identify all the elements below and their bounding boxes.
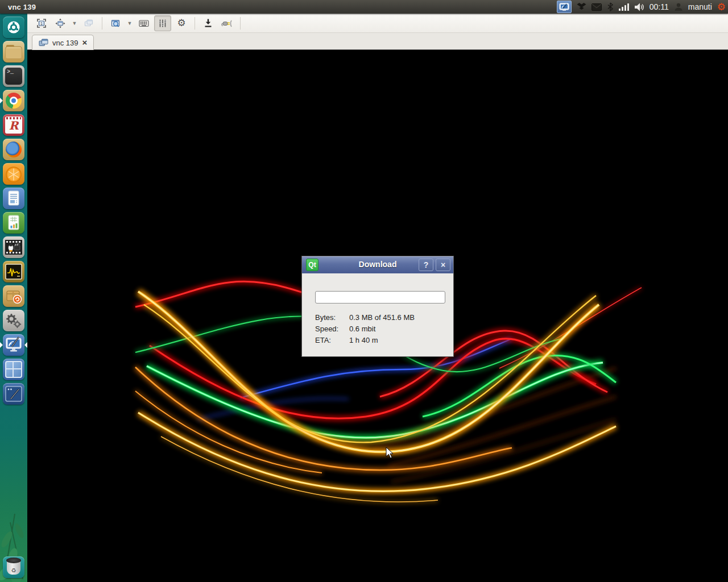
speed-label: Speed: [315,325,349,333]
download-stats: Bytes: 0.3 MB of 451.6 MB Speed: 0.6 mbi… [315,311,415,346]
fit-window-dropdown[interactable]: ▼ [71,15,78,31]
blue-window-icon [3,359,24,380]
send-keys-button[interactable] [135,15,152,31]
trash-icon: ♻ [3,556,24,578]
top-panel: vnc 139 00:11 manuti [0,0,728,14]
panel-clock[interactable]: 00:11 [650,2,669,11]
svg-text:1: 1 [40,21,43,25]
mail-icon[interactable] [592,1,602,13]
files-folder-icon [3,41,24,63]
launcher-item-ubuntu-dash[interactable] [0,16,27,39]
chrome-icon [3,90,24,111]
speed-value: 0.6 mbit [349,325,375,333]
launcher-item-remmina[interactable] [0,334,27,356]
dialog-close-button[interactable]: × [436,259,450,271]
terminal-icon: >_ [3,65,24,87]
calc-spreadsheet-icon [3,212,24,234]
launcher-item-blue-pen-window[interactable] [0,383,27,405]
dialog-body: Bytes: 0.3 MB of 451.6 MB Speed: 0.6 mbi… [302,273,453,356]
launcher-item-system-load-monitor[interactable] [0,260,27,283]
download-dialog: Qt Download ? × Bytes: 0.3 MB of 451.6 M… [301,256,454,357]
eta-label: ETA: [315,336,349,344]
launcher-item-clementine[interactable] [0,163,27,185]
dropbox-icon[interactable] [577,1,586,13]
launcher-item-libreoffice-calc[interactable] [0,211,27,234]
preferences-button[interactable] [154,15,171,31]
rednotebook-icon: R [3,114,24,136]
disconnect-plug-button[interactable] [218,15,235,31]
stat-row-speed: Speed: 0.6 mbit [315,323,415,334]
remmina-applet-icon[interactable] [557,1,572,13]
screenshot-download-button[interactable] [200,15,217,31]
bytes-label: Bytes: [315,313,349,322]
stat-row-bytes: Bytes: 0.3 MB of 451.6 MB [315,311,415,323]
tools-gear-button[interactable]: ⚙ [173,15,190,31]
launcher-item-terminal[interactable]: >_ [0,65,27,88]
fit-window-button[interactable] [52,15,69,31]
scaled-view-dropdown[interactable]: ▼ [126,15,134,31]
gears-icon [3,310,24,331]
unity-launcher: >_ R [0,14,27,582]
launcher-item-files[interactable] [0,40,27,63]
system-monitor-scope-icon [3,261,24,282]
launcher-item-software-updater[interactable] [0,285,27,307]
tab-label: vnc 139 [52,39,78,47]
fullscreen-button[interactable]: 1 [33,15,50,31]
dialog-titlebar[interactable]: Qt Download ? × [302,256,453,274]
tab-close-icon[interactable]: × [82,39,88,47]
blue-pen-window-icon [3,383,24,405]
ubuntu-dash-icon [3,16,24,38]
tab-bar: vnc 139 × [27,33,728,50]
writer-document-icon [3,188,24,209]
scaled-view-button[interactable] [107,15,124,31]
bytes-value: 0.3 MB of 451.6 MB [349,313,415,322]
remmina-toolbar: 1 ▼ ▼ ⚙ [27,14,728,33]
launcher-item-google-chrome[interactable] [0,89,27,112]
video-editor-filmstrip-icon [3,236,24,258]
volume-icon[interactable] [634,1,644,13]
launcher-item-rednotebook[interactable]: R [0,114,27,136]
bluetooth-icon[interactable] [607,1,614,13]
duplicate-connection-button[interactable] [80,15,97,31]
eta-value: 1 h 40 m [349,336,378,344]
dialog-help-button[interactable]: ? [419,259,433,271]
mouse-cursor [386,447,395,459]
software-updater-icon [3,285,24,307]
tab-vnc-139[interactable]: vnc 139 × [32,35,94,50]
remmina-icon [3,334,24,356]
panel-app-title: vnc 139 [8,3,36,11]
panel-username[interactable]: manuti [688,2,712,11]
launcher-item-libreoffice-writer[interactable] [0,187,27,210]
launcher-item-trash[interactable]: ♻ [0,556,27,579]
launcher-item-blue-window[interactable] [0,358,27,381]
launcher-item-system-settings[interactable] [0,309,27,332]
clementine-orange-icon [3,163,24,185]
launcher-item-firefox[interactable] [0,138,27,161]
tab-window-icon [39,39,48,47]
desktop: vnc 139 00:11 manuti [0,0,728,582]
signal-strength-icon[interactable] [619,1,629,13]
focused-indicator-arrow-right [24,342,27,348]
launcher-item-avidemux[interactable] [0,236,27,259]
session-gear-icon[interactable]: ⚙ [717,1,726,13]
stat-row-eta: ETA: 1 h 40 m [315,334,415,346]
download-progress-bar [315,291,445,304]
system-tray: 00:11 manuti ⚙ [557,0,726,14]
firefox-icon [3,139,24,160]
user-icon [674,1,683,13]
